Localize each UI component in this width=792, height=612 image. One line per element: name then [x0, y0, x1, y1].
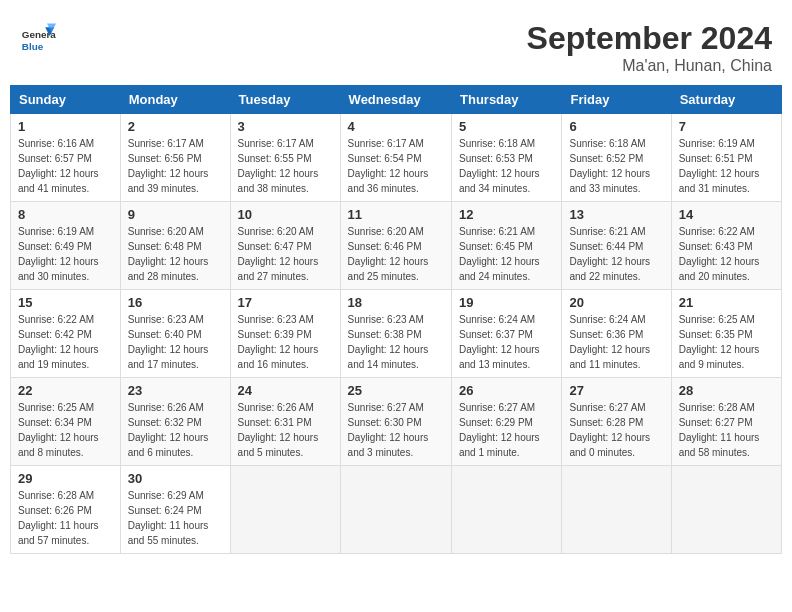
column-header-wednesday: Wednesday: [340, 86, 451, 114]
logo: General Blue: [20, 20, 56, 56]
day-info: Sunrise: 6:24 AM Sunset: 6:37 PM Dayligh…: [459, 312, 554, 372]
day-info: Sunrise: 6:29 AM Sunset: 6:24 PM Dayligh…: [128, 488, 223, 548]
day-info: Sunrise: 6:24 AM Sunset: 6:36 PM Dayligh…: [569, 312, 663, 372]
column-header-monday: Monday: [120, 86, 230, 114]
day-info: Sunrise: 6:16 AM Sunset: 6:57 PM Dayligh…: [18, 136, 113, 196]
day-cell: 26Sunrise: 6:27 AM Sunset: 6:29 PM Dayli…: [452, 378, 562, 466]
day-number: 20: [569, 295, 663, 310]
day-number: 13: [569, 207, 663, 222]
day-info: Sunrise: 6:27 AM Sunset: 6:29 PM Dayligh…: [459, 400, 554, 460]
day-info: Sunrise: 6:23 AM Sunset: 6:38 PM Dayligh…: [348, 312, 444, 372]
day-cell: 22Sunrise: 6:25 AM Sunset: 6:34 PM Dayli…: [11, 378, 121, 466]
day-number: 2: [128, 119, 223, 134]
day-cell: 8Sunrise: 6:19 AM Sunset: 6:49 PM Daylig…: [11, 202, 121, 290]
day-info: Sunrise: 6:17 AM Sunset: 6:55 PM Dayligh…: [238, 136, 333, 196]
day-number: 14: [679, 207, 774, 222]
day-cell: 15Sunrise: 6:22 AM Sunset: 6:42 PM Dayli…: [11, 290, 121, 378]
day-cell: 13Sunrise: 6:21 AM Sunset: 6:44 PM Dayli…: [562, 202, 671, 290]
header-row: SundayMondayTuesdayWednesdayThursdayFrid…: [11, 86, 782, 114]
day-info: Sunrise: 6:25 AM Sunset: 6:35 PM Dayligh…: [679, 312, 774, 372]
day-cell: 28Sunrise: 6:28 AM Sunset: 6:27 PM Dayli…: [671, 378, 781, 466]
day-info: Sunrise: 6:20 AM Sunset: 6:48 PM Dayligh…: [128, 224, 223, 284]
day-cell: 16Sunrise: 6:23 AM Sunset: 6:40 PM Dayli…: [120, 290, 230, 378]
logo-icon: General Blue: [20, 20, 56, 56]
day-cell: 23Sunrise: 6:26 AM Sunset: 6:32 PM Dayli…: [120, 378, 230, 466]
day-number: 17: [238, 295, 333, 310]
column-header-saturday: Saturday: [671, 86, 781, 114]
day-number: 10: [238, 207, 333, 222]
day-info: Sunrise: 6:22 AM Sunset: 6:42 PM Dayligh…: [18, 312, 113, 372]
day-number: 5: [459, 119, 554, 134]
day-cell: 10Sunrise: 6:20 AM Sunset: 6:47 PM Dayli…: [230, 202, 340, 290]
day-cell: 5Sunrise: 6:18 AM Sunset: 6:53 PM Daylig…: [452, 114, 562, 202]
day-cell: 11Sunrise: 6:20 AM Sunset: 6:46 PM Dayli…: [340, 202, 451, 290]
week-row-3: 15Sunrise: 6:22 AM Sunset: 6:42 PM Dayli…: [11, 290, 782, 378]
day-cell: 4Sunrise: 6:17 AM Sunset: 6:54 PM Daylig…: [340, 114, 451, 202]
column-header-sunday: Sunday: [11, 86, 121, 114]
day-cell: [452, 466, 562, 554]
day-cell: 6Sunrise: 6:18 AM Sunset: 6:52 PM Daylig…: [562, 114, 671, 202]
day-number: 11: [348, 207, 444, 222]
title-area: September 2024 Ma'an, Hunan, China: [527, 20, 772, 75]
day-cell: [230, 466, 340, 554]
week-row-1: 1Sunrise: 6:16 AM Sunset: 6:57 PM Daylig…: [11, 114, 782, 202]
day-cell: 7Sunrise: 6:19 AM Sunset: 6:51 PM Daylig…: [671, 114, 781, 202]
column-header-tuesday: Tuesday: [230, 86, 340, 114]
day-cell: 24Sunrise: 6:26 AM Sunset: 6:31 PM Dayli…: [230, 378, 340, 466]
day-number: 8: [18, 207, 113, 222]
day-info: Sunrise: 6:23 AM Sunset: 6:39 PM Dayligh…: [238, 312, 333, 372]
day-cell: 30Sunrise: 6:29 AM Sunset: 6:24 PM Dayli…: [120, 466, 230, 554]
day-cell: 14Sunrise: 6:22 AM Sunset: 6:43 PM Dayli…: [671, 202, 781, 290]
day-cell: 19Sunrise: 6:24 AM Sunset: 6:37 PM Dayli…: [452, 290, 562, 378]
day-number: 27: [569, 383, 663, 398]
day-info: Sunrise: 6:23 AM Sunset: 6:40 PM Dayligh…: [128, 312, 223, 372]
day-info: Sunrise: 6:19 AM Sunset: 6:51 PM Dayligh…: [679, 136, 774, 196]
day-cell: [671, 466, 781, 554]
day-number: 30: [128, 471, 223, 486]
day-cell: 17Sunrise: 6:23 AM Sunset: 6:39 PM Dayli…: [230, 290, 340, 378]
day-number: 6: [569, 119, 663, 134]
day-info: Sunrise: 6:20 AM Sunset: 6:46 PM Dayligh…: [348, 224, 444, 284]
day-info: Sunrise: 6:25 AM Sunset: 6:34 PM Dayligh…: [18, 400, 113, 460]
location-title: Ma'an, Hunan, China: [527, 57, 772, 75]
day-info: Sunrise: 6:28 AM Sunset: 6:27 PM Dayligh…: [679, 400, 774, 460]
day-number: 21: [679, 295, 774, 310]
day-number: 9: [128, 207, 223, 222]
day-cell: 18Sunrise: 6:23 AM Sunset: 6:38 PM Dayli…: [340, 290, 451, 378]
day-info: Sunrise: 6:27 AM Sunset: 6:28 PM Dayligh…: [569, 400, 663, 460]
day-info: Sunrise: 6:19 AM Sunset: 6:49 PM Dayligh…: [18, 224, 113, 284]
day-number: 18: [348, 295, 444, 310]
day-info: Sunrise: 6:21 AM Sunset: 6:45 PM Dayligh…: [459, 224, 554, 284]
column-header-friday: Friday: [562, 86, 671, 114]
day-info: Sunrise: 6:20 AM Sunset: 6:47 PM Dayligh…: [238, 224, 333, 284]
day-info: Sunrise: 6:17 AM Sunset: 6:54 PM Dayligh…: [348, 136, 444, 196]
day-info: Sunrise: 6:22 AM Sunset: 6:43 PM Dayligh…: [679, 224, 774, 284]
day-info: Sunrise: 6:18 AM Sunset: 6:53 PM Dayligh…: [459, 136, 554, 196]
day-number: 22: [18, 383, 113, 398]
day-number: 19: [459, 295, 554, 310]
day-number: 7: [679, 119, 774, 134]
day-cell: [562, 466, 671, 554]
day-cell: 27Sunrise: 6:27 AM Sunset: 6:28 PM Dayli…: [562, 378, 671, 466]
week-row-4: 22Sunrise: 6:25 AM Sunset: 6:34 PM Dayli…: [11, 378, 782, 466]
day-info: Sunrise: 6:21 AM Sunset: 6:44 PM Dayligh…: [569, 224, 663, 284]
month-title: September 2024: [527, 20, 772, 57]
day-info: Sunrise: 6:26 AM Sunset: 6:32 PM Dayligh…: [128, 400, 223, 460]
day-info: Sunrise: 6:17 AM Sunset: 6:56 PM Dayligh…: [128, 136, 223, 196]
day-number: 12: [459, 207, 554, 222]
day-cell: 12Sunrise: 6:21 AM Sunset: 6:45 PM Dayli…: [452, 202, 562, 290]
day-number: 24: [238, 383, 333, 398]
day-number: 25: [348, 383, 444, 398]
day-cell: 3Sunrise: 6:17 AM Sunset: 6:55 PM Daylig…: [230, 114, 340, 202]
week-row-5: 29Sunrise: 6:28 AM Sunset: 6:26 PM Dayli…: [11, 466, 782, 554]
day-info: Sunrise: 6:26 AM Sunset: 6:31 PM Dayligh…: [238, 400, 333, 460]
day-cell: 2Sunrise: 6:17 AM Sunset: 6:56 PM Daylig…: [120, 114, 230, 202]
day-info: Sunrise: 6:28 AM Sunset: 6:26 PM Dayligh…: [18, 488, 113, 548]
day-number: 16: [128, 295, 223, 310]
day-cell: 29Sunrise: 6:28 AM Sunset: 6:26 PM Dayli…: [11, 466, 121, 554]
day-info: Sunrise: 6:18 AM Sunset: 6:52 PM Dayligh…: [569, 136, 663, 196]
day-number: 1: [18, 119, 113, 134]
day-number: 15: [18, 295, 113, 310]
page-header: General Blue September 2024 Ma'an, Hunan…: [10, 10, 782, 80]
day-cell: 20Sunrise: 6:24 AM Sunset: 6:36 PM Dayli…: [562, 290, 671, 378]
